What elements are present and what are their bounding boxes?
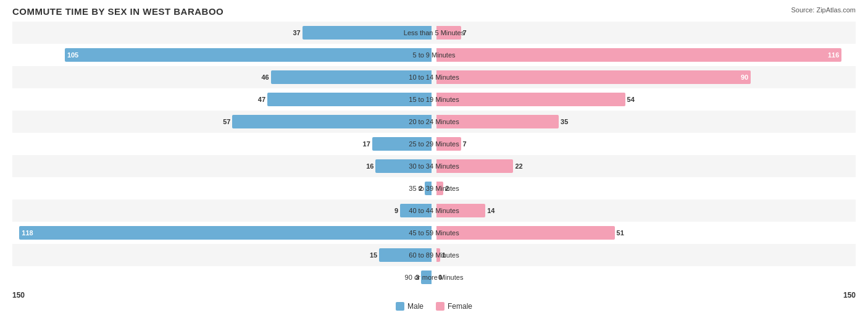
left-section: 57 (12, 111, 434, 133)
table-row: 57 20 to 24 Minutes 35 (12, 111, 856, 133)
table-row: 15 60 to 89 Minutes 1 (12, 244, 856, 266)
legend-female-label: Female (448, 302, 472, 311)
bar-male: 17 (372, 137, 432, 151)
male-value: 17 (363, 140, 370, 148)
right-section: 116 (434, 44, 856, 66)
axis-labels: 150 150 (12, 288, 856, 301)
bar-male: 57 (232, 115, 432, 128)
right-section: 14 (434, 199, 856, 222)
female-value: 22 (515, 162, 522, 170)
male-value: 105 (65, 51, 81, 59)
table-row: 46 10 to 14 Minutes 90 (12, 66, 856, 88)
right-section: 54 (434, 88, 856, 111)
right-section: 90 (434, 66, 856, 88)
left-section: 16 (12, 155, 434, 177)
female-value: 51 (617, 229, 624, 237)
right-section: 35 (434, 111, 856, 133)
legend-male-label: Male (407, 302, 424, 311)
bar-female: 90 (436, 70, 751, 84)
right-section: 2 (434, 177, 856, 199)
legend-male: Male (396, 302, 424, 311)
bar-female: 1 (436, 248, 440, 262)
female-value: 116 (825, 51, 841, 59)
right-section: 7 (434, 22, 856, 44)
bar-male: 105 (65, 48, 432, 62)
left-section: 2 (12, 177, 434, 199)
male-value: 16 (366, 162, 373, 170)
female-value: 7 (463, 140, 467, 148)
left-section: 37 (12, 22, 434, 44)
male-value: 37 (293, 29, 300, 36)
table-row: 3 90 or more Minutes 0 (12, 266, 856, 288)
female-value: 1 (442, 251, 446, 259)
female-value: 35 (561, 118, 568, 125)
table-row: 37 Less than 5 Minutes 7 (12, 22, 856, 44)
bar-female: 2 (436, 182, 443, 195)
bar-male: 118 (19, 226, 432, 240)
source-label: Source: ZipAtlas.com (791, 6, 856, 14)
bar-male: 37 (303, 26, 432, 40)
table-row: 17 25 to 29 Minutes 7 (12, 133, 856, 155)
table-row: 2 35 to 39 Minutes 2 (12, 177, 856, 199)
table-row: 16 30 to 34 Minutes 22 (12, 155, 856, 177)
female-value: 7 (463, 29, 467, 36)
left-section: 17 (12, 133, 434, 155)
left-section: 47 (12, 88, 434, 111)
bar-male: 3 (421, 271, 432, 284)
right-section: 0 (434, 266, 856, 288)
right-section: 51 (434, 222, 856, 244)
legend-female: Female (436, 302, 472, 311)
legend-female-box (436, 302, 444, 311)
female-value: 14 (487, 207, 495, 214)
male-value: 15 (370, 251, 377, 259)
axis-right: 150 (843, 291, 856, 300)
bar-male: 46 (271, 70, 432, 84)
right-section: 22 (434, 155, 856, 177)
right-section: 1 (434, 244, 856, 266)
female-value: 2 (445, 185, 449, 192)
table-row: 9 40 to 44 Minutes 14 (12, 199, 856, 222)
bar-female: 14 (436, 204, 485, 217)
left-section: 105 (12, 44, 434, 66)
male-value: 47 (258, 96, 265, 103)
bar-male: 15 (379, 248, 432, 262)
male-value: 46 (261, 73, 269, 81)
male-value: 9 (394, 207, 398, 214)
left-section: 9 (12, 199, 434, 222)
legend-male-box (396, 302, 404, 311)
right-section: 7 (434, 133, 856, 155)
female-value: 54 (627, 96, 635, 103)
chart-area: 37 Less than 5 Minutes 7 105 5 to 9 Minu… (12, 22, 856, 288)
male-value: 2 (419, 185, 423, 192)
bar-female: 116 (436, 48, 841, 62)
legend: Male Female (12, 302, 856, 311)
male-value: 57 (223, 118, 230, 125)
table-row: 118 45 to 59 Minutes 51 (12, 222, 856, 244)
bar-female: 22 (436, 159, 513, 173)
bar-female: 7 (436, 137, 461, 151)
chart-container: COMMUTE TIME BY SEX IN WEST BARABOO Sour… (0, 0, 868, 323)
bar-female: 35 (436, 115, 559, 128)
bar-male: 9 (400, 204, 432, 217)
bar-male: 47 (267, 93, 432, 106)
left-section: 46 (12, 66, 434, 88)
bar-male: 16 (375, 159, 432, 173)
bar-male: 2 (425, 182, 432, 195)
female-value: 0 (438, 274, 442, 281)
left-section: 15 (12, 244, 434, 266)
bar-female: 7 (436, 26, 461, 40)
chart-title: COMMUTE TIME BY SEX IN WEST BARABOO (12, 6, 856, 17)
table-row: 47 15 to 19 Minutes 54 (12, 88, 856, 111)
left-section: 118 (12, 222, 434, 244)
axis-left: 150 (12, 291, 25, 300)
female-value: 90 (738, 73, 751, 81)
bar-female: 51 (436, 226, 615, 240)
table-row: 105 5 to 9 Minutes 116 (12, 44, 856, 66)
male-value: 3 (415, 274, 419, 281)
male-value: 118 (19, 229, 35, 237)
bar-female: 54 (436, 93, 625, 106)
left-section: 3 (12, 266, 434, 288)
